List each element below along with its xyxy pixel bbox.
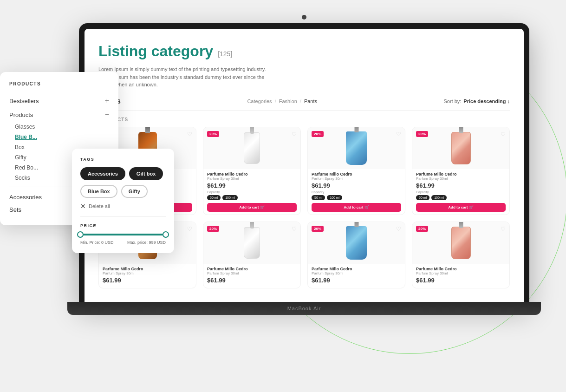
product-card: 20% ♡ Parfume Millo Cedro Parfum Spray 3… [203, 127, 301, 215]
bottle-blue-icon [346, 226, 367, 260]
product-sub: Parfum Spray 30ml [312, 271, 401, 275]
product-badge: 20% [416, 131, 428, 137]
capacity-buttons: 50 ml 100 ml [207, 195, 297, 200]
sidebar-products-label: Products [9, 111, 33, 118]
capacity-label: Capacity [416, 190, 506, 194]
product-sub: Parfum Spray 30ml [416, 271, 506, 275]
product-info: Parfume Millo Cedro Parfum Spray 30ml $6… [203, 169, 300, 215]
product-name: Parfume Millo Cedro [207, 267, 297, 271]
heart-icon[interactable]: ♡ [187, 226, 192, 232]
product-info: Parfume Millo Cedro Parfum Spray 30ml $6… [412, 264, 509, 288]
price-section: PRICE Min. Price: 0 USD Max. price: 999 … [80, 216, 166, 245]
scene: Listing category [125] Lorem Ipsum is si… [0, 0, 566, 392]
laptop-base: MacBook Air [67, 302, 541, 315]
tag-gifty[interactable]: Gifty [121, 185, 148, 198]
bottle-blue-icon [346, 131, 367, 165]
heart-icon[interactable]: ♡ [501, 131, 506, 137]
cap-50ml[interactable]: 50 ml [416, 195, 429, 200]
page-title: Listing category [98, 43, 213, 60]
heart-icon[interactable]: ♡ [501, 226, 506, 232]
product-name: Parfume Millo Cedro [312, 172, 401, 176]
price-range-labels: Min. Price: 0 USD Max. price: 999 USD [80, 240, 166, 245]
product-badge: 20% [312, 226, 324, 232]
product-badge: 20% [416, 226, 428, 232]
tag-bluebox[interactable]: Blue Box [80, 185, 117, 198]
bottle-peach-icon [451, 132, 471, 164]
sidebar-item-products[interactable]: Products − [9, 108, 109, 122]
product-name: Parfume Millo Cedro [103, 267, 192, 271]
product-info: Parfume Millo Cedro Parfum Spray 30ml $6… [308, 264, 405, 288]
tag-accessories[interactable]: Accessories [80, 167, 125, 180]
product-price: $61.99 [312, 277, 401, 284]
heart-icon[interactable]: ♡ [396, 226, 401, 232]
breadcrumb-pants[interactable]: Pants [304, 98, 317, 104]
capacity-buttons: 50 ml 100 ml [416, 195, 506, 200]
price-slider-fill [80, 234, 166, 235]
heart-icon[interactable]: ♡ [396, 131, 401, 137]
product-sub: Parfum Spray 30ml [103, 271, 192, 275]
product-name: Parfume Millo Cedro [312, 267, 401, 271]
product-sub: Parfum Spray 30ml [312, 176, 401, 181]
sidebar-sub-bluebox[interactable]: Blue B... [15, 132, 109, 142]
sort-row: Sort by: Price descending ↓ [443, 98, 510, 104]
breadcrumb-fashion[interactable]: Fashion [279, 98, 297, 104]
products-section-label: PRODUCTS [98, 117, 510, 122]
filters-row: Filters Categories / Fashion / Pants Sor… [98, 97, 510, 111]
product-info: Parfume Millo Cedro Parfum Spray 30ml $6… [203, 264, 300, 288]
product-info: Parfume Millo Cedro Parfum Spray 30ml $6… [308, 169, 405, 215]
heart-icon[interactable]: ♡ [292, 226, 297, 232]
sidebar-accessories-label: Accessories [9, 194, 42, 201]
product-sub: Parfum Spray 30ml [416, 176, 506, 181]
sidebar-sets-label: Sets [9, 206, 21, 213]
product-info: Parfume Millo Cedro Parfum Spray 30ml $6… [99, 264, 196, 288]
product-price: $61.99 [312, 182, 401, 189]
sidebar-title: PRODUCTS [9, 81, 109, 86]
cap-100ml[interactable]: 100 ml [327, 195, 342, 200]
add-to-cart-button[interactable]: Add to cart 🛒 [416, 203, 506, 212]
product-sub: Parfum Spray 30ml [207, 176, 297, 181]
product-price: $61.99 [207, 182, 297, 189]
bottle-white-icon [244, 227, 260, 259]
breadcrumb-sep-2: / [300, 98, 301, 104]
sidebar-sub-glasses[interactable]: Glasses [15, 122, 109, 132]
bottle-white-icon [244, 132, 260, 164]
price-slider-track [80, 234, 166, 235]
tag-giftbox[interactable]: Gift box [129, 167, 163, 180]
product-price: $61.99 [103, 277, 192, 284]
bottle-peach-icon [451, 227, 471, 259]
price-thumb-max[interactable] [163, 231, 169, 238]
add-to-cart-button[interactable]: Add to cart 🛒 [207, 203, 297, 212]
sidebar-item-bestsellers[interactable]: Bestsellers + [9, 94, 109, 108]
product-badge: 20% [207, 131, 219, 137]
capacity-label: Capacity [207, 190, 297, 194]
heart-icon[interactable]: ♡ [292, 131, 297, 137]
product-sub: Parfum Spray 30ml [207, 271, 297, 275]
tags-title: TAGS [80, 157, 166, 162]
product-info: Parfume Millo Cedro Parfum Spray 30ml $6… [412, 169, 509, 215]
capacity-buttons: 50 ml 100 ml [312, 195, 401, 200]
laptop-camera [302, 15, 306, 20]
heart-icon[interactable]: ♡ [187, 131, 192, 137]
product-name: Parfume Millo Cedro [416, 267, 506, 271]
sort-label: Sort by: [443, 98, 461, 104]
cap-100ml[interactable]: 100 ml [431, 195, 447, 200]
cap-50ml[interactable]: 50 ml [207, 195, 221, 200]
product-card: 20% ♡ Parfume Millo Cedro Parfum Spray 3… [412, 127, 510, 215]
breadcrumb-categories[interactable]: Categories [247, 98, 272, 104]
sort-value[interactable]: Price descending ↓ [463, 98, 510, 104]
price-title: PRICE [80, 223, 166, 228]
cap-100ml[interactable]: 100 ml [222, 195, 238, 200]
breadcrumb: Categories / Fashion / Pants [247, 98, 317, 104]
breadcrumb-sep-1: / [275, 98, 276, 104]
cap-50ml[interactable]: 50 ml [312, 195, 325, 200]
product-card: 20% ♡ Parfume Millo Cedro Parfum Spray 3… [203, 222, 301, 288]
expand-icon: + [105, 97, 109, 105]
tags-popup: TAGS Accessories Gift box Blue Box Gifty… [72, 149, 174, 253]
outline-tags-row: Blue Box Gifty [80, 185, 166, 198]
price-thumb-min[interactable] [77, 231, 84, 238]
delete-x-icon: ✕ [80, 203, 86, 210]
add-to-cart-button[interactable]: Add to cart 🛒 [312, 203, 401, 212]
product-badge: 20% [312, 131, 324, 137]
delete-all-button[interactable]: ✕ Delete all [80, 203, 166, 210]
price-max-label: Max. price: 999 USD [127, 240, 166, 245]
